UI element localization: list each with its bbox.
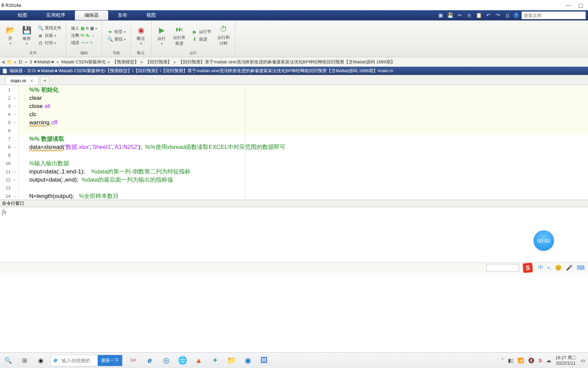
editor-titlebar: 📄 编辑器 - D:\3 ★Matlab★\Matalb CSDN紫极神光\【预… [0, 67, 588, 75]
browser-app-icon[interactable]: 🌐 [174, 353, 191, 368]
group-label-bp: 断点 [133, 50, 148, 56]
command-window-title: 命令行窗口 [0, 200, 588, 207]
matlab-app-icon[interactable]: ▲ [191, 353, 207, 368]
indent-button[interactable]: 缩进 ⇥ ⇤ ≡ [71, 39, 97, 46]
edge-app-icon[interactable]: ◉ [240, 353, 256, 368]
ime-mic-icon[interactable]: 🎤 [566, 264, 573, 271]
save-button[interactable]: 💾 保存 ▾ [19, 25, 34, 46]
editor-icon: 📄 [2, 68, 7, 74]
print-quick-icon[interactable]: ⎙ [504, 12, 511, 19]
add-tab-button[interactable]: + [40, 76, 50, 85]
print-icon: ⎙ [37, 40, 44, 46]
tab-plot[interactable]: 绘图 [8, 11, 37, 20]
photos-app-icon[interactable]: 🖼 [256, 353, 272, 368]
back-icon[interactable]: ◀ [1, 59, 5, 64]
breakpoints-icon: ◉ [136, 26, 146, 35]
goto-button[interactable]: ➜转至▾ [107, 28, 126, 35]
find-button[interactable]: 🔍查找▾ [107, 35, 126, 43]
taskbar-search[interactable]: e 搜索一下 [50, 355, 122, 366]
undo-icon[interactable]: ↶ [485, 12, 492, 19]
run-advance-icon: ⏭ [175, 25, 184, 34]
dropdown-icon: ▾ [26, 42, 28, 45]
copy-icon[interactable]: ⎘ [466, 12, 473, 19]
path-drive[interactable]: D: [19, 59, 23, 64]
help-icon[interactable]: ? [513, 12, 519, 18]
app-title: B R2014a [1, 3, 21, 8]
ime-lang[interactable]: 中 [538, 264, 543, 271]
compare-button[interactable]: ≣比较▾ [37, 32, 61, 39]
search-docs[interactable] [521, 11, 586, 19]
explorer-app-icon[interactable]: 📁 [223, 353, 240, 368]
tray-ime-s-icon[interactable]: S [539, 357, 542, 363]
tray-battery-icon[interactable]: ▮▯ [508, 357, 513, 364]
app-icon-1[interactable]: ✦ [207, 353, 223, 368]
path-seg[interactable]: 【回归预测】基于matlab sine混沌映射改进的麻雀搜索算法优化BP神经网络… [178, 59, 395, 65]
ime-keyboard-icon[interactable]: ⌨ [577, 264, 585, 271]
ime-emoji-icon[interactable]: 😊 [555, 264, 562, 271]
redo-icon[interactable]: ↷ [494, 12, 502, 19]
search-docs-input[interactable] [522, 13, 586, 18]
find-files-button[interactable]: 🔍查找文件 [37, 24, 61, 32]
command-window[interactable]: fx 00:00 [0, 207, 588, 262]
taskbar-search-button[interactable]: 搜索一下 [98, 355, 122, 366]
maximize-icon[interactable]: ▢ [578, 2, 583, 9]
run-advance-button[interactable]: ⏭ 运行并 前进 [170, 24, 188, 47]
address-bar[interactable]: ◀ 📁 ▸ D:▸ 3 ★Matlab★▸ Matalb CSDN紫极神光▸ 【… [0, 57, 588, 67]
tab-view[interactable]: 视图 [137, 11, 165, 20]
ime-badge[interactable]: S [523, 263, 533, 273]
group-label-nav: 导航 [105, 50, 128, 56]
task-view-icon[interactable]: ⊞ [16, 353, 33, 368]
paste-icon[interactable]: 📋 [475, 12, 483, 19]
run-time-icon: ⏱ [219, 25, 228, 34]
run-section-button[interactable]: ▶运行节 [192, 28, 211, 35]
open-button[interactable]: 📂 开 ▾ [3, 25, 18, 46]
run-icon: ▶ [157, 26, 166, 35]
status-input[interactable] [486, 264, 519, 272]
tray-onedrive-icon[interactable]: ☁ [546, 357, 551, 364]
system-tray: ˄ ▮▯ 📶 🔇 S ☁ 19:27 周二 2022/1/11 ▭ [501, 353, 588, 368]
ime-punct-icon[interactable]: •, [548, 265, 551, 271]
open-icon: 📂 [5, 26, 15, 35]
tray-volume-icon[interactable]: 🔇 [528, 357, 535, 364]
path-seg[interactable]: 【预测模型】 [112, 59, 139, 65]
tab-editor[interactable]: 编辑器 [75, 11, 108, 20]
code-editor[interactable]: 1 2– 3– 4– 5– 6 7 8– 9 10 11– 12– 13 14–… [0, 85, 588, 200]
save-quick-icon[interactable]: 💾 [446, 12, 454, 19]
tab-apps[interactable]: 应用程序 [37, 11, 75, 20]
run-time-button[interactable]: ⏱ 运行和 计时 [215, 24, 232, 47]
quick-icon-1[interactable]: ▣ [437, 12, 444, 19]
folder-icon[interactable]: 📁 [7, 59, 12, 64]
windows-taskbar: 🔍 ⊞ ◉ e 搜索一下 ✂ e ◎ 🌐 ▲ ✦ 📁 ◉ 🖼 ˄ ▮▯ 📶 🔇 … [0, 352, 588, 368]
print-button[interactable]: ⎙打印▾ [37, 39, 61, 47]
line-gutter: 1 2– 3– 4– 5– 6 7 8– 9 10 11– 12– 13 14– [0, 85, 18, 200]
edge-legacy-icon[interactable]: ◎ [158, 353, 174, 368]
fx-prompt-icon: fx [2, 209, 6, 216]
save-icon: 💾 [22, 26, 31, 35]
path-seg[interactable]: 3 ★Matlab★ [30, 59, 55, 64]
taskbar-search-input[interactable] [60, 355, 98, 366]
path-seg[interactable]: Matalb CSDN紫极神光 [61, 59, 106, 65]
file-tab-main[interactable]: main.m ✕ [5, 76, 39, 85]
ie-app-icon[interactable]: e [142, 353, 158, 368]
advance-icon: ⬇ [192, 36, 198, 42]
breakpoints-button[interactable]: ◉ 断点 ▾ [133, 25, 148, 46]
close-tab-icon[interactable]: ✕ [30, 78, 34, 83]
run-button[interactable]: ▶ 运行 ▾ [154, 25, 169, 46]
minimize-icon[interactable]: — [566, 2, 571, 9]
editor-title-prefix: 编辑器 - [10, 68, 26, 74]
tray-clock[interactable]: 19:27 周二 2022/1/11 [555, 355, 576, 366]
insert-button[interactable]: 插入 ▦ fx ▦▾ [71, 25, 97, 32]
cut-icon[interactable]: ✂ [456, 12, 463, 19]
obs-icon[interactable]: ◉ [33, 353, 49, 368]
tray-chevron-icon[interactable]: ˄ [501, 357, 504, 364]
status-bar: S 中 •, 😊 🎤 ⌨ [0, 262, 588, 273]
tab-publish[interactable]: 发布 [108, 11, 137, 20]
code-lines[interactable]: %% 初始化 clear close all clc warning off %… [18, 85, 588, 200]
search-icon[interactable]: 🔍 [0, 353, 16, 368]
snip-app-icon[interactable]: ✂ [125, 353, 142, 368]
path-seg[interactable]: 【回归预测】 [145, 59, 172, 65]
advance-button[interactable]: ⬇前进 [192, 35, 211, 43]
tray-notifications-icon[interactable]: ▭ [581, 357, 585, 364]
comment-button[interactable]: 注释 % ‰ ⤹ [71, 32, 97, 39]
tray-wifi-icon[interactable]: 📶 [518, 357, 524, 364]
